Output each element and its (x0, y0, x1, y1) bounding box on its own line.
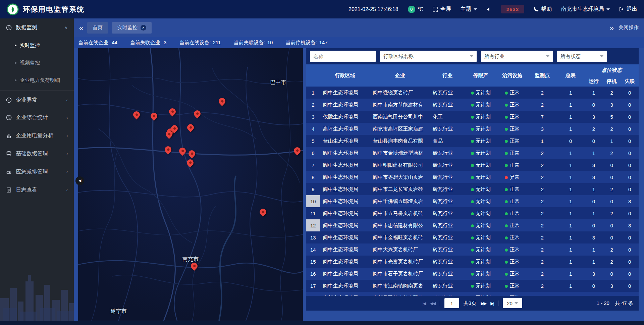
sidebar-group-company-abnormal[interactable]: 企业异常 ‹ (0, 90, 74, 108)
production-status-dot (471, 116, 474, 119)
facility-status-dot (505, 273, 508, 276)
tab-scroll-right-icon[interactable]: » (610, 24, 614, 31)
map-pin[interactable] (179, 148, 186, 156)
map-pin[interactable] (194, 110, 201, 119)
table-row[interactable]: 1 阆中生态环境局 阆中强锐页岩砖厂 砖瓦行业 无计划 正常 2 1 1 2 0 (306, 87, 639, 99)
pager-prev-button[interactable]: ◀◀ (430, 301, 435, 306)
facility-status-dot (505, 188, 508, 191)
sidebar-item-realtime-monitoring[interactable]: 实时监控 (0, 37, 74, 54)
facility-status-dot (505, 236, 508, 239)
sidebar-group-emergency-reduction[interactable]: 应急减排管理 ‹ (0, 163, 74, 181)
org-dropdown[interactable]: 南充市生态环境局 (561, 6, 610, 13)
fullscreen-icon (433, 7, 438, 12)
table-row[interactable]: 16 阆中生态环境局 阆中市石子页岩机砖厂 砖瓦行业 无计划 正常 2 1 3 … (306, 268, 639, 280)
production-status-dot (471, 236, 474, 239)
logout-button[interactable]: 退出 (619, 6, 637, 13)
chevron-down-icon (600, 55, 603, 57)
map-pin[interactable] (166, 131, 172, 140)
table-row[interactable]: 6 阆中生态环境局 阆中市金博瑞新型墙材 砖瓦行业 无计划 正常 2 1 1 2… (306, 147, 639, 159)
tab-close-icon[interactable]: × (141, 25, 146, 31)
name-search-input[interactable] (310, 51, 376, 62)
table-row[interactable]: 5 营山生态环境局 营山县润丰肉食品有限 食品 无计划 正常 1 0 0 1 0 (306, 135, 639, 147)
map-pin[interactable] (294, 147, 301, 156)
close-operations-button[interactable]: 关闭操作 (619, 24, 639, 31)
table-row[interactable]: 12 阆中生态环境局 阆中市忠信建材有限公 砖瓦行业 无计划 正常 2 1 0 … (306, 219, 639, 231)
map-pin[interactable] (165, 146, 171, 155)
total-count-label: 共 47 条 (615, 300, 633, 307)
table-row[interactable]: 9 阆中生态环境局 阆中市二龙长宝页岩砖 砖瓦行业 无计划 正常 2 1 1 2… (306, 183, 639, 195)
facility-status-dot (505, 200, 508, 203)
sidebar-nav: 数据监测 ∨ 实时监控 视频监控 企业电力负荷明细 企业异常 ‹ 企业综合统计 (0, 18, 74, 325)
company-table: 行政区域 企业 行业 停限产 治污设施 监测点 总表 点位状态 运行 (306, 64, 639, 296)
alert-count-badge[interactable]: 2632 (501, 5, 524, 13)
tab-realtime-monitoring[interactable]: 实时监控 × (112, 22, 152, 34)
sidebar-group-data-monitoring[interactable]: 数据监测 ∨ (0, 18, 74, 37)
map-panel[interactable]: 巴中市南充市遂宁市 ◀ (78, 48, 303, 321)
document-icon (6, 187, 12, 193)
map-pin[interactable] (187, 159, 194, 168)
facility-status-dot (505, 212, 508, 215)
map-pin[interactable] (219, 98, 225, 107)
chevron-collapsed-icon: ‹ (66, 187, 68, 193)
page-size-select[interactable]: 20 (503, 298, 522, 308)
map-pin[interactable] (260, 209, 266, 217)
table-row[interactable]: 4 高坪生态环境局 南充市高坪区王家店建 砖瓦行业 无计划 正常 3 1 2 2… (306, 123, 639, 135)
table-row[interactable]: 7 阆中生态环境局 阆中明阳建材有限公司 砖瓦行业 无计划 正常 2 1 3 0… (306, 159, 639, 171)
sidebar-group-company-statistics[interactable]: 企业综合统计 ‹ (0, 108, 74, 126)
chevron-down-icon (474, 8, 477, 10)
region-select[interactable]: 行政区域名称 (380, 51, 477, 62)
status-select[interactable]: 所有状态 (557, 51, 607, 62)
sidebar-group-power-analysis[interactable]: 企业用电量分析 ‹ (0, 126, 74, 145)
table-row[interactable]: 13 阆中生态环境局 阆中市金福旺页岩机砖 砖瓦行业 无计划 正常 2 1 3 … (306, 231, 639, 243)
sidebar-item-power-load-detail[interactable]: 企业电力负荷明细 (0, 71, 74, 89)
pager-next-button[interactable]: ▶▶ (481, 301, 486, 306)
temperature-display: 0 ℃ (408, 6, 423, 13)
stat-online-companies: 当前在线企业:44 (78, 40, 117, 46)
table-row[interactable]: 3 仪陇生态环境局 西南油气田分公司川中 化工 无计划 正常 7 1 3 5 0 (306, 111, 639, 123)
table-row[interactable]: 15 阆中生态环境局 阆中市光富页岩机砖厂 砖瓦行业 无计划 正常 2 1 1 … (306, 256, 639, 268)
map-pin[interactable] (187, 124, 194, 133)
filter-row: 行政区域名称 所有行业 所有状态 (306, 48, 639, 64)
map-pin[interactable] (151, 113, 157, 121)
pie-chart-icon (6, 115, 12, 120)
map-pin[interactable] (191, 263, 198, 271)
table-row[interactable]: 17 阆中生态环境局 阆中市江南镇阆南页岩 砖瓦行业 无计划 正常 2 1 0 … (306, 280, 639, 292)
facility-status-dot (505, 140, 508, 143)
sidebar-group-basic-data[interactable]: 基础数据管理 ‹ (0, 145, 74, 163)
pager-last-button[interactable]: ▶| (490, 301, 493, 306)
column-header-disconnected: 失联 (621, 76, 639, 87)
sidebar-item-video-monitoring[interactable]: 视频监控 (0, 54, 74, 71)
pager-first-button[interactable]: |◀ (422, 301, 425, 306)
table-row[interactable]: 10 阆中生态环境局 阆中千佛镇五郎垭页岩 砖瓦行业 无计划 正常 2 1 0 … (306, 195, 639, 207)
table-row[interactable]: 8 阆中生态环境局 阆中市枣碧大梁山页岩 砖瓦行业 无计划 异常 2 1 3 0… (306, 171, 639, 183)
sidebar-collapse-button[interactable]: ◀ (75, 176, 84, 185)
fullscreen-button[interactable]: 全屏 (433, 6, 451, 13)
map-pin[interactable] (169, 108, 176, 117)
table-row[interactable]: 18 南部生态环境局 南部县双佳建材有限公 砖瓦行业 无计划 正常 2 1 0 … (306, 292, 639, 296)
tab-home[interactable]: 首页 (87, 22, 108, 34)
production-status-dot (471, 104, 474, 107)
map-pin[interactable] (133, 111, 140, 120)
production-status-dot (471, 128, 474, 131)
facility-status-dot (505, 261, 508, 264)
info-circle-icon (6, 97, 12, 103)
map-pin[interactable] (189, 150, 195, 159)
tab-scroll-left-icon[interactable]: « (79, 24, 83, 31)
chevron-collapsed-icon: ‹ (66, 115, 68, 120)
facility-status-dot (505, 116, 508, 119)
column-header-total-meter: 总表 (556, 64, 585, 87)
sidebar-group-log-view[interactable]: 日志查看 ‹ (0, 181, 74, 199)
table-row[interactable]: 14 阆中生态环境局 阆中大兴页岩机砖厂 砖瓦行业 无计划 正常 2 1 1 2… (306, 243, 639, 256)
theme-dropdown[interactable]: 主题 (461, 6, 477, 13)
table-row[interactable]: 2 阆中生态环境局 阆中市南方节能建材有 砖瓦行业 无计划 正常 2 1 0 3… (306, 99, 639, 111)
industry-select[interactable]: 所有行业 (481, 51, 553, 62)
help-button[interactable]: 帮助 (534, 6, 552, 13)
speaker-button[interactable] (486, 7, 492, 12)
map-city-label: 遂宁市 (111, 308, 127, 315)
facility-status-dot (505, 285, 508, 288)
page-number-input[interactable] (444, 298, 459, 308)
table-row[interactable]: 11 阆中生态环境局 阆中市五马桥页岩机砖 砖瓦行业 无计划 正常 2 1 1 … (306, 207, 639, 219)
column-header-production: 停限产 (465, 64, 496, 87)
top-header: 环保用电监管系统 2021-02-25 17:46:18 0 ℃ 全屏 主题 2… (0, 0, 644, 18)
app-logo-icon (7, 3, 19, 15)
